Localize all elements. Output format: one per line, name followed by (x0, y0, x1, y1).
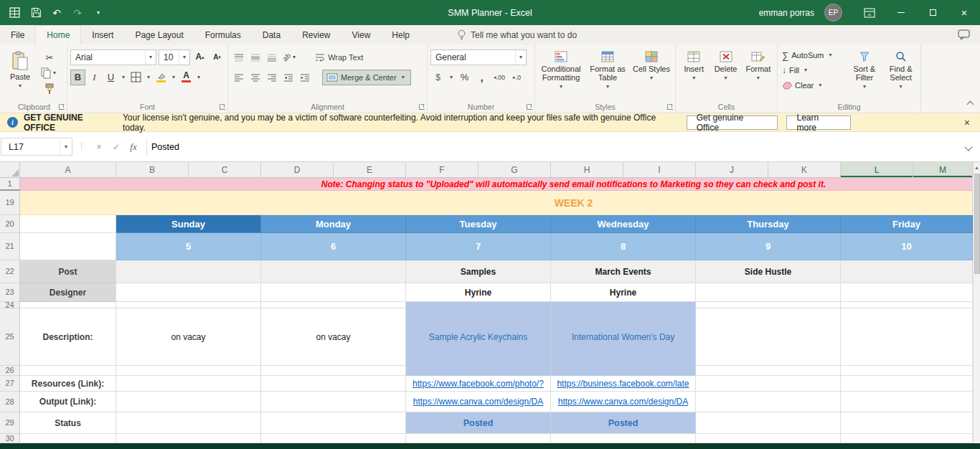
underline-button[interactable]: U (103, 70, 118, 85)
cell[interactable] (551, 434, 696, 443)
paste-button[interactable]: Paste (4, 48, 36, 100)
cell[interactable] (116, 366, 261, 376)
cell[interactable] (696, 302, 841, 308)
cell-status-label[interactable]: Status (20, 412, 116, 434)
row-header[interactable]: 21 (0, 233, 20, 260)
row-header[interactable]: 29 (0, 412, 20, 434)
styles-dialog-launcher[interactable] (667, 104, 673, 110)
cell-status-wednesday[interactable]: Posted (551, 412, 696, 434)
cell-output-label[interactable]: Output (Link): (20, 392, 116, 412)
top-align-button[interactable] (231, 49, 246, 65)
cell[interactable] (20, 302, 116, 308)
decrease-decimal-button[interactable]: ▸.0 (509, 70, 524, 85)
cell-day-monday[interactable]: Monday (261, 215, 406, 233)
borders-button[interactable] (128, 70, 143, 85)
cell[interactable] (841, 283, 973, 302)
percent-style-button[interactable]: % (457, 70, 472, 85)
insert-caret-icon[interactable] (679, 75, 709, 81)
close-button[interactable]: × (948, 0, 980, 25)
cell-day-friday[interactable]: Friday (841, 215, 973, 233)
formula-input[interactable]: Posted (151, 142, 966, 152)
cell-description-tuesday[interactable]: Sample Acrylic Keychains (406, 308, 551, 366)
merge-center-button[interactable]: Merge & Center (322, 70, 411, 85)
cell[interactable] (20, 434, 116, 443)
column-header-m-selected[interactable]: M (913, 162, 973, 178)
cell-post-label[interactable]: Post (20, 260, 116, 283)
cell[interactable] (261, 376, 406, 392)
cell[interactable] (406, 434, 551, 443)
cell[interactable] (841, 366, 973, 376)
get-genuine-office-button[interactable]: Get genuine Office (687, 115, 778, 130)
cell[interactable] (116, 412, 261, 434)
cell[interactable] (406, 302, 551, 308)
tab-help[interactable]: Help (381, 25, 420, 44)
increase-font-size-button[interactable]: A▴ (192, 49, 207, 65)
enter-entry-icon[interactable]: ✓ (108, 142, 125, 152)
cell-output-tuesday-link[interactable]: https://www.canva.com/design/DA (406, 392, 551, 412)
cell[interactable] (841, 434, 973, 443)
row-header[interactable]: 1 (0, 178, 20, 191)
number-format-combo[interactable]: General (430, 49, 527, 65)
vertical-scrollbar[interactable]: ▲ (973, 162, 980, 443)
column-header-a[interactable]: A (20, 162, 116, 178)
scrollbar-thumb[interactable] (974, 174, 980, 274)
cell[interactable] (20, 366, 116, 376)
font-size-combo[interactable]: 10 (159, 49, 190, 65)
italic-button[interactable]: I (87, 70, 102, 85)
cell[interactable] (841, 302, 973, 308)
maximize-button[interactable] (917, 0, 948, 25)
copy-caret-icon[interactable] (51, 70, 58, 76)
excel-logo-icon[interactable] (9, 6, 21, 19)
accounting-caret-icon[interactable] (448, 75, 455, 80)
cell-note[interactable]: Note: Changing status to "Uploaded" will… (20, 178, 973, 191)
avatar[interactable]: EP (824, 4, 842, 22)
column-header-i[interactable]: I (623, 162, 696, 178)
cell-day-thursday[interactable]: Thursday (696, 215, 841, 233)
cell-styles-button[interactable]: Cell Styles (631, 48, 672, 100)
cell[interactable] (696, 308, 841, 366)
undo-icon[interactable]: ↶ (51, 6, 62, 19)
fill-color-button[interactable] (154, 70, 169, 85)
cell[interactable] (696, 283, 841, 302)
cell[interactable] (261, 260, 406, 283)
middle-align-button[interactable] (248, 49, 263, 65)
save-icon[interactable] (30, 6, 42, 19)
cell[interactable] (261, 392, 406, 412)
number-format-caret-icon[interactable] (515, 50, 526, 65)
cell-post-tuesday[interactable]: Samples (406, 260, 551, 283)
column-header-h[interactable]: H (551, 162, 623, 178)
cell[interactable] (116, 376, 261, 392)
cell[interactable] (551, 302, 696, 308)
format-as-table-button[interactable]: Format as Table (585, 48, 630, 100)
cell-date-10[interactable]: 10 (841, 233, 973, 260)
conditional-formatting-caret-icon[interactable] (538, 84, 584, 90)
redo-icon[interactable]: ↷ (72, 6, 83, 19)
expand-formula-bar-icon[interactable] (964, 143, 972, 151)
row-header[interactable]: 23 (0, 283, 20, 302)
clipboard-dialog-launcher[interactable] (59, 104, 65, 110)
find-select-caret-icon[interactable] (884, 84, 918, 90)
column-header-j[interactable]: J (696, 162, 768, 178)
row-header[interactable]: 19 (0, 191, 20, 215)
font-color-caret-icon[interactable] (195, 75, 202, 80)
cell-post-wednesday[interactable]: March Events (551, 260, 696, 283)
message-close-icon[interactable]: × (964, 117, 970, 128)
row-header[interactable]: 30 (0, 434, 20, 443)
sort-filter-caret-icon[interactable] (848, 84, 882, 90)
cell[interactable] (261, 366, 406, 376)
sort-filter-button[interactable]: Sort & Filter (848, 48, 882, 100)
column-header-k[interactable]: K (768, 162, 841, 178)
qat-customize-icon[interactable]: ▾ (93, 6, 104, 19)
cut-button[interactable]: ✂ (39, 49, 60, 65)
wrap-text-button[interactable]: Wrap Text (313, 49, 365, 65)
find-select-button[interactable]: Find & Select (884, 48, 918, 100)
learn-more-button[interactable]: Learn more (786, 115, 850, 130)
cell-description-label[interactable]: Description: (20, 308, 116, 366)
cell-week-title[interactable]: WEEK 2 (20, 191, 973, 215)
tell-me-box[interactable]: Tell me what you want to do (458, 25, 577, 44)
cell[interactable] (841, 308, 973, 366)
cell[interactable] (261, 412, 406, 434)
cell[interactable] (116, 260, 261, 283)
tab-insert[interactable]: Insert (81, 25, 124, 44)
fill-button[interactable]: ↓ Fill (781, 63, 845, 77)
